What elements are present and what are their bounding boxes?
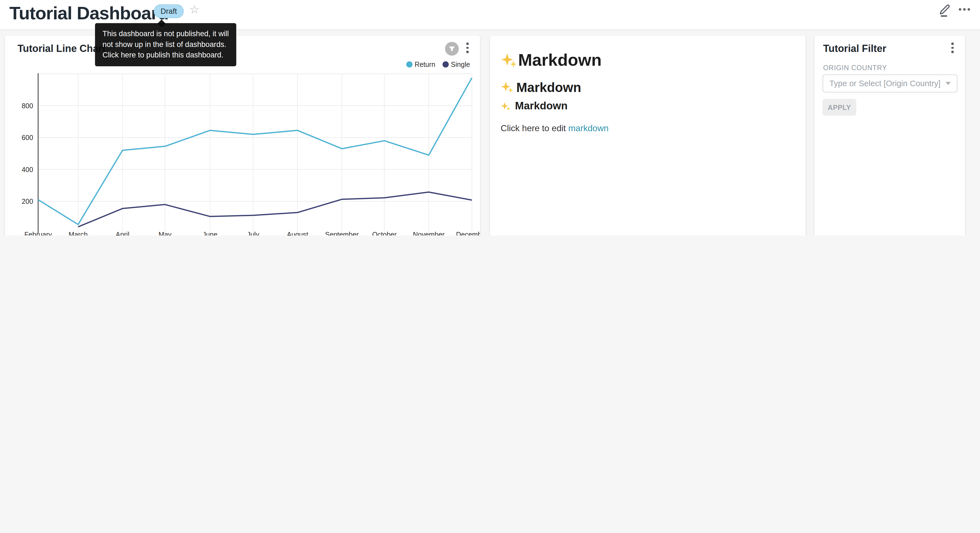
- kebab-menu-icon[interactable]: [951, 43, 953, 53]
- filter-card: Tutorial Filter ORIGIN COUNTRY Type or S…: [815, 36, 965, 236]
- svg-text:800: 800: [22, 102, 33, 110]
- svg-text:April: April: [116, 231, 129, 236]
- sparkles-icon: [501, 81, 515, 94]
- origin-country-select[interactable]: Type or Select [Origin Country]: [822, 74, 958, 93]
- svg-text:September: September: [325, 231, 359, 236]
- markdown-edit-link[interactable]: markdown: [568, 123, 608, 133]
- line-chart-card: Tutorial Line Chart ReturnSingle 2004006…: [5, 36, 480, 236]
- legend-dot: [443, 61, 449, 68]
- svg-text:May: May: [159, 231, 172, 236]
- sparkles-icon: [501, 101, 511, 112]
- svg-text:200: 200: [22, 198, 33, 205]
- svg-text:October: October: [372, 231, 397, 236]
- markdown-h3: Markdown: [501, 100, 568, 112]
- select-placeholder: Type or Select [Origin Country]: [829, 79, 940, 88]
- page-title: Tutorial Dashboard: [10, 3, 169, 24]
- tooltip-line: This dashboard is not published, it will: [102, 29, 229, 39]
- favorite-star-icon[interactable]: ☆: [189, 3, 200, 16]
- edit-dashboard-icon[interactable]: [939, 3, 953, 18]
- svg-text:November: November: [413, 231, 445, 236]
- legend-item[interactable]: Single: [443, 61, 470, 68]
- markdown-h2: Markdown: [501, 80, 581, 95]
- legend-label: Return: [415, 61, 435, 68]
- apply-button[interactable]: APPLY: [822, 99, 856, 116]
- sparkles-icon: [501, 52, 518, 69]
- svg-text:400: 400: [22, 166, 33, 174]
- svg-text:February: February: [24, 231, 52, 236]
- markdown-card: Markdown Markdown Markdown Click here to…: [490, 36, 805, 236]
- svg-text:March: March: [68, 231, 88, 236]
- draft-status-badge[interactable]: Draft: [154, 5, 184, 18]
- dashboard-page: Tutorial Dashboard Draft ☆ This dashboar…: [0, 0, 980, 236]
- legend-dot: [407, 61, 413, 68]
- origin-country-label: ORIGIN COUNTRY: [823, 64, 887, 71]
- draft-tooltip: This dashboard is not published, it will…: [95, 23, 236, 66]
- filter-card-title: Tutorial Filter: [823, 43, 886, 54]
- tooltip-line: not show up in the list of dashboards.: [102, 40, 229, 50]
- legend-label: Single: [451, 61, 470, 68]
- markdown-paragraph: Click here to edit markdown: [501, 123, 609, 133]
- svg-text:June: June: [203, 231, 218, 236]
- markdown-h1: Markdown: [501, 51, 602, 70]
- chart-legend[interactable]: ReturnSingle: [407, 61, 470, 68]
- tooltip-line: Click here to publish this dashboard.: [102, 50, 229, 61]
- svg-text:600: 600: [22, 134, 33, 141]
- svg-text:August: August: [287, 231, 309, 236]
- svg-text:December: December: [456, 231, 480, 236]
- svg-text:July: July: [247, 231, 259, 236]
- more-actions-icon[interactable]: [959, 8, 970, 11]
- legend-item[interactable]: Return: [407, 61, 435, 68]
- dropdown-caret-icon: [946, 82, 951, 85]
